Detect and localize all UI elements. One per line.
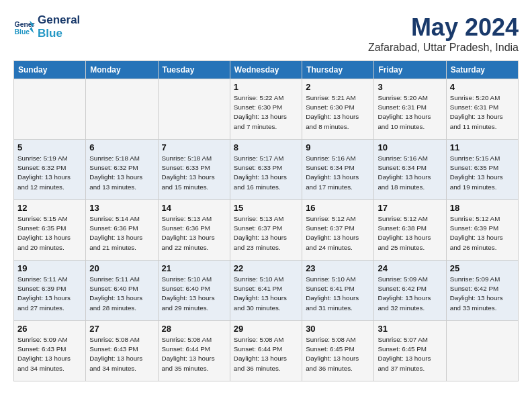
day-info: Sunrise: 5:09 AMSunset: 6:43 PMDaylight:… bbox=[17, 335, 82, 373]
day-info: Sunrise: 5:09 AMSunset: 6:42 PMDaylight:… bbox=[450, 275, 515, 313]
day-info: Sunrise: 5:20 AMSunset: 6:31 PMDaylight:… bbox=[378, 93, 442, 132]
logo: General Blue General Blue bbox=[13, 13, 80, 40]
day-number: 15 bbox=[234, 203, 298, 213]
day-info: Sunrise: 5:08 AMSunset: 6:44 PMDaylight:… bbox=[162, 335, 226, 373]
day-number: 14 bbox=[162, 203, 226, 213]
day-info: Sunrise: 5:12 AMSunset: 6:37 PMDaylight:… bbox=[306, 214, 370, 253]
day-number: 25 bbox=[450, 263, 515, 273]
calendar-cell: 6Sunrise: 5:18 AMSunset: 6:32 PMDaylight… bbox=[86, 140, 158, 200]
day-info: Sunrise: 5:15 AMSunset: 6:35 PMDaylight:… bbox=[17, 214, 82, 253]
day-info: Sunrise: 5:18 AMSunset: 6:33 PMDaylight:… bbox=[162, 154, 226, 192]
day-info: Sunrise: 5:11 AMSunset: 6:40 PMDaylight:… bbox=[89, 275, 154, 313]
calendar-cell: 14Sunrise: 5:13 AMSunset: 6:36 PMDayligh… bbox=[158, 200, 230, 261]
day-info: Sunrise: 5:17 AMSunset: 6:33 PMDaylight:… bbox=[234, 154, 298, 192]
calendar-cell: 11Sunrise: 5:15 AMSunset: 6:35 PMDayligh… bbox=[446, 140, 518, 200]
day-info: Sunrise: 5:16 AMSunset: 6:34 PMDaylight:… bbox=[306, 154, 370, 192]
calendar-cell: 7Sunrise: 5:18 AMSunset: 6:33 PMDaylight… bbox=[158, 140, 230, 200]
day-number: 18 bbox=[450, 203, 515, 213]
calendar-cell: 29Sunrise: 5:08 AMSunset: 6:44 PMDayligh… bbox=[230, 321, 302, 381]
calendar-cell: 8Sunrise: 5:17 AMSunset: 6:33 PMDaylight… bbox=[230, 140, 302, 200]
day-number: 7 bbox=[162, 142, 226, 152]
day-number: 26 bbox=[17, 324, 82, 334]
calendar-cell: 22Sunrise: 5:10 AMSunset: 6:41 PMDayligh… bbox=[230, 261, 302, 321]
week-row-3: 12Sunrise: 5:15 AMSunset: 6:35 PMDayligh… bbox=[14, 200, 519, 261]
day-number: 24 bbox=[378, 263, 442, 273]
day-number: 5 bbox=[17, 142, 82, 152]
day-number: 27 bbox=[89, 324, 154, 334]
month-title: May 2024 bbox=[368, 13, 519, 42]
day-info: Sunrise: 5:10 AMSunset: 6:41 PMDaylight:… bbox=[234, 275, 298, 313]
weekday-header-tuesday: Tuesday bbox=[158, 61, 230, 79]
calendar-cell: 4Sunrise: 5:20 AMSunset: 6:31 PMDaylight… bbox=[446, 79, 518, 140]
day-info: Sunrise: 5:08 AMSunset: 6:43 PMDaylight:… bbox=[89, 335, 154, 373]
logo-blue: Blue bbox=[38, 27, 80, 40]
day-info: Sunrise: 5:07 AMSunset: 6:45 PMDaylight:… bbox=[378, 335, 442, 373]
calendar-cell: 24Sunrise: 5:09 AMSunset: 6:42 PMDayligh… bbox=[374, 261, 446, 321]
calendar-cell bbox=[446, 321, 518, 381]
location-subtitle: Zafarabad, Uttar Pradesh, India bbox=[368, 42, 519, 54]
day-number: 30 bbox=[306, 324, 370, 334]
calendar-cell: 3Sunrise: 5:20 AMSunset: 6:31 PMDaylight… bbox=[374, 79, 446, 140]
calendar-cell: 21Sunrise: 5:10 AMSunset: 6:40 PMDayligh… bbox=[158, 261, 230, 321]
day-number: 2 bbox=[306, 82, 370, 92]
day-number: 28 bbox=[162, 324, 226, 334]
calendar-cell: 31Sunrise: 5:07 AMSunset: 6:45 PMDayligh… bbox=[374, 321, 446, 381]
day-info: Sunrise: 5:22 AMSunset: 6:30 PMDaylight:… bbox=[234, 93, 298, 132]
day-info: Sunrise: 5:09 AMSunset: 6:42 PMDaylight:… bbox=[378, 275, 442, 313]
week-row-5: 26Sunrise: 5:09 AMSunset: 6:43 PMDayligh… bbox=[14, 321, 519, 381]
calendar-cell: 5Sunrise: 5:19 AMSunset: 6:32 PMDaylight… bbox=[14, 140, 86, 200]
day-number: 1 bbox=[234, 82, 298, 92]
calendar-cell: 20Sunrise: 5:11 AMSunset: 6:40 PMDayligh… bbox=[86, 261, 158, 321]
title-block: May 2024 Zafarabad, Uttar Pradesh, India bbox=[368, 13, 519, 54]
day-number: 10 bbox=[378, 142, 442, 152]
day-info: Sunrise: 5:10 AMSunset: 6:41 PMDaylight:… bbox=[306, 275, 370, 313]
day-number: 6 bbox=[89, 142, 154, 152]
day-number: 19 bbox=[17, 263, 82, 273]
weekday-header-friday: Friday bbox=[374, 61, 446, 79]
day-number: 16 bbox=[306, 203, 370, 213]
page-header: General Blue General Blue May 2024 Zafar… bbox=[13, 13, 519, 54]
calendar-cell: 18Sunrise: 5:12 AMSunset: 6:39 PMDayligh… bbox=[446, 200, 518, 261]
calendar-cell: 19Sunrise: 5:11 AMSunset: 6:39 PMDayligh… bbox=[14, 261, 86, 321]
day-info: Sunrise: 5:21 AMSunset: 6:30 PMDaylight:… bbox=[306, 93, 370, 132]
day-number: 17 bbox=[378, 203, 442, 213]
calendar-cell: 1Sunrise: 5:22 AMSunset: 6:30 PMDaylight… bbox=[230, 79, 302, 140]
week-row-4: 19Sunrise: 5:11 AMSunset: 6:39 PMDayligh… bbox=[14, 261, 519, 321]
calendar-cell: 28Sunrise: 5:08 AMSunset: 6:44 PMDayligh… bbox=[158, 321, 230, 381]
week-row-1: 1Sunrise: 5:22 AMSunset: 6:30 PMDaylight… bbox=[14, 79, 519, 140]
calendar-cell: 10Sunrise: 5:16 AMSunset: 6:34 PMDayligh… bbox=[374, 140, 446, 200]
day-info: Sunrise: 5:16 AMSunset: 6:34 PMDaylight:… bbox=[378, 154, 442, 192]
calendar-cell bbox=[86, 79, 158, 140]
weekday-header-sunday: Sunday bbox=[14, 61, 86, 79]
calendar-table: SundayMondayTuesdayWednesdayThursdayFrid… bbox=[13, 60, 519, 381]
calendar-cell: 9Sunrise: 5:16 AMSunset: 6:34 PMDaylight… bbox=[302, 140, 374, 200]
weekday-header-row: SundayMondayTuesdayWednesdayThursdayFrid… bbox=[14, 61, 519, 79]
day-info: Sunrise: 5:20 AMSunset: 6:31 PMDaylight:… bbox=[450, 93, 515, 132]
day-number: 23 bbox=[306, 263, 370, 273]
day-number: 20 bbox=[89, 263, 154, 273]
day-number: 12 bbox=[17, 203, 82, 213]
day-number: 31 bbox=[378, 324, 442, 334]
calendar-cell bbox=[158, 79, 230, 140]
day-info: Sunrise: 5:12 AMSunset: 6:39 PMDaylight:… bbox=[450, 214, 515, 253]
calendar-cell: 30Sunrise: 5:08 AMSunset: 6:45 PMDayligh… bbox=[302, 321, 374, 381]
day-number: 3 bbox=[378, 82, 442, 92]
day-info: Sunrise: 5:10 AMSunset: 6:40 PMDaylight:… bbox=[162, 275, 226, 313]
calendar-cell: 25Sunrise: 5:09 AMSunset: 6:42 PMDayligh… bbox=[446, 261, 518, 321]
calendar-cell bbox=[14, 79, 86, 140]
logo-icon: General Blue bbox=[13, 16, 35, 38]
day-info: Sunrise: 5:18 AMSunset: 6:32 PMDaylight:… bbox=[89, 154, 154, 192]
day-info: Sunrise: 5:08 AMSunset: 6:44 PMDaylight:… bbox=[234, 335, 298, 373]
calendar-cell: 27Sunrise: 5:08 AMSunset: 6:43 PMDayligh… bbox=[86, 321, 158, 381]
day-number: 11 bbox=[450, 142, 515, 152]
day-number: 4 bbox=[450, 82, 515, 92]
day-number: 29 bbox=[234, 324, 298, 334]
day-info: Sunrise: 5:15 AMSunset: 6:35 PMDaylight:… bbox=[450, 154, 515, 192]
week-row-2: 5Sunrise: 5:19 AMSunset: 6:32 PMDaylight… bbox=[14, 140, 519, 200]
day-number: 9 bbox=[306, 142, 370, 152]
calendar-cell: 26Sunrise: 5:09 AMSunset: 6:43 PMDayligh… bbox=[14, 321, 86, 381]
day-info: Sunrise: 5:13 AMSunset: 6:36 PMDaylight:… bbox=[162, 214, 226, 253]
calendar-cell: 13Sunrise: 5:14 AMSunset: 6:36 PMDayligh… bbox=[86, 200, 158, 261]
calendar-cell: 23Sunrise: 5:10 AMSunset: 6:41 PMDayligh… bbox=[302, 261, 374, 321]
weekday-header-monday: Monday bbox=[86, 61, 158, 79]
